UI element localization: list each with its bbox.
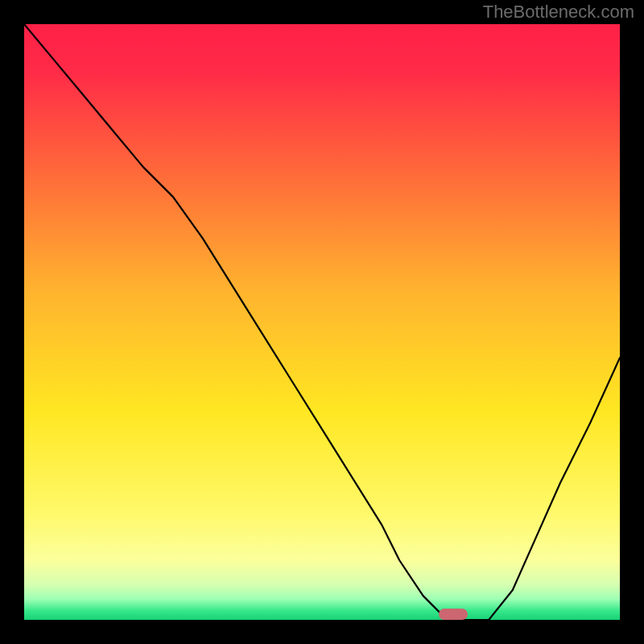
- watermark-text: TheBottleneck.com: [483, 2, 634, 23]
- bottleneck-chart: [24, 24, 620, 620]
- optimal-marker: [439, 609, 468, 620]
- plot-background: [24, 24, 620, 620]
